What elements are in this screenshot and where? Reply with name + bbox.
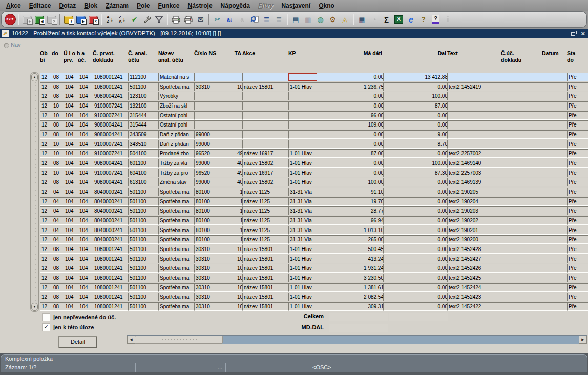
cell-naz[interactable]: Spotřeba ma bbox=[158, 206, 196, 215]
cell-dal[interactable]: 0.00 bbox=[383, 274, 450, 282]
sort-ascending-icon[interactable]: AZ↓ bbox=[104, 13, 116, 26]
cell-txt[interactable]: text2 1469139 bbox=[447, 178, 503, 186]
cell-kp[interactable]: 1-01 Hlav bbox=[288, 264, 319, 273]
cell-ns[interactable]: 99000 bbox=[194, 130, 230, 139]
cell-dal[interactable]: 0.00 bbox=[383, 255, 450, 263]
cell-anal[interactable]: 504100 bbox=[128, 149, 160, 158]
cell-cuc[interactable] bbox=[501, 82, 543, 91]
cell-md[interactable]: 96.00 bbox=[317, 111, 386, 120]
cell-akce[interactable]: název 1125 bbox=[242, 197, 290, 206]
cell-dok[interactable]: 1080001241 bbox=[93, 82, 129, 91]
detail-button[interactable]: Detail bbox=[59, 337, 97, 348]
cell-ns[interactable]: 30310 bbox=[194, 82, 230, 91]
insert-record-icon[interactable]: + bbox=[21, 13, 33, 26]
nav-radio-icon[interactable] bbox=[4, 43, 9, 48]
filter-funnel-icon[interactable] bbox=[153, 13, 165, 26]
cell-akce[interactable]: název 1125 bbox=[242, 206, 290, 215]
cell-md[interactable]: 28.77 bbox=[317, 206, 386, 215]
cell-kp[interactable]: 1-01 Hlav bbox=[288, 149, 319, 158]
cell-dat[interactable] bbox=[542, 283, 569, 292]
checkbox-box-jen-neprevedene[interactable] bbox=[43, 314, 50, 321]
cell-naz[interactable]: Ostatní pohl bbox=[158, 120, 196, 129]
cell-dal[interactable]: 0.00 bbox=[383, 111, 450, 120]
cell-cuc[interactable] bbox=[501, 206, 543, 215]
cell-sta[interactable]: Pře bbox=[567, 178, 588, 186]
cell-naz[interactable]: Daň z přidan bbox=[158, 130, 196, 139]
cell-md[interactable]: 1 931.24 bbox=[317, 264, 386, 273]
cell-dok[interactable]: 8040000241 bbox=[93, 216, 129, 225]
cell-kp[interactable]: 31-31 Vla bbox=[288, 226, 319, 235]
cell-uc[interactable]: 104 bbox=[78, 245, 94, 254]
cell-dal[interactable]: 0.00 bbox=[383, 226, 450, 235]
ship-wheel-icon[interactable]: ⚙ bbox=[327, 13, 339, 26]
cell-cuc[interactable] bbox=[501, 245, 543, 254]
cell-anal[interactable]: 501100 bbox=[128, 187, 160, 196]
menu-item-akce[interactable]: Akce bbox=[2, 1, 25, 10]
cell-uc[interactable]: 104 bbox=[78, 169, 94, 177]
list-values-icon[interactable]: ≣ bbox=[261, 13, 272, 26]
cell-akce[interactable] bbox=[242, 120, 290, 129]
cell-dok[interactable]: 1080001241 bbox=[93, 255, 129, 263]
cell-ns[interactable]: 99000 bbox=[194, 178, 230, 186]
cell-cuc[interactable] bbox=[501, 111, 543, 120]
note-icon[interactable]: ▥ bbox=[302, 13, 314, 26]
cell-ns[interactable]: 96520 bbox=[194, 149, 230, 158]
cell-dok[interactable]: 8040000241 bbox=[93, 235, 129, 244]
cell-dat[interactable] bbox=[542, 130, 569, 139]
cell-akce[interactable]: název 15801 bbox=[242, 82, 290, 91]
cell-naz[interactable]: Spotřeba ma bbox=[158, 255, 196, 263]
cell-cuc[interactable] bbox=[501, 274, 543, 282]
cell-naz[interactable]: Spotřeba ma bbox=[158, 283, 196, 292]
cell-kp[interactable] bbox=[288, 120, 319, 129]
cell-dat[interactable] bbox=[542, 226, 569, 235]
cell-akce[interactable]: název 1125 bbox=[242, 216, 290, 225]
print-icon[interactable] bbox=[170, 13, 182, 26]
cell-cuc[interactable] bbox=[501, 264, 543, 273]
cell-dat[interactable] bbox=[542, 302, 569, 311]
cell-akce[interactable] bbox=[242, 73, 290, 81]
cell-uc[interactable]: 104 bbox=[78, 73, 94, 81]
cell-txt[interactable]: text2 1452426 bbox=[447, 264, 503, 273]
cell-dok[interactable]: 9100007241 bbox=[93, 101, 129, 110]
cell-ns[interactable] bbox=[194, 111, 230, 120]
cancel-query-icon[interactable]: ✕ bbox=[87, 13, 99, 26]
cell-sta[interactable]: Pře bbox=[567, 120, 588, 129]
cell-dal[interactable]: 0.00 bbox=[383, 302, 450, 311]
cell-dat[interactable] bbox=[542, 92, 569, 100]
cell-txt[interactable]: text2 1452428 bbox=[447, 245, 503, 254]
cell-cuc[interactable] bbox=[501, 302, 543, 311]
cell-cuc[interactable] bbox=[501, 178, 543, 186]
cell-md[interactable]: 0.00 bbox=[317, 130, 386, 139]
cell-dok[interactable]: 9100007241 bbox=[93, 111, 129, 120]
cell-dat[interactable] bbox=[542, 206, 569, 215]
cell-dok[interactable]: 1080001241 bbox=[93, 73, 129, 81]
cell-naz[interactable]: Materiál na s bbox=[158, 73, 196, 81]
cell-naz[interactable]: Ostatní pohl bbox=[158, 111, 196, 120]
cell-dat[interactable] bbox=[542, 111, 569, 120]
cell-dal[interactable]: 13 412.88 bbox=[383, 73, 450, 81]
menu-item-nastaveni[interactable]: Nastavení bbox=[277, 1, 314, 10]
cell-cuc[interactable] bbox=[501, 140, 543, 149]
cell-cuc[interactable] bbox=[501, 101, 543, 110]
cell-dok[interactable]: 9080004241 bbox=[93, 92, 129, 100]
cell-akce[interactable] bbox=[242, 92, 290, 100]
cell-anal[interactable]: 501100 bbox=[128, 235, 160, 244]
cell-dal[interactable]: 87.30 bbox=[383, 169, 450, 177]
checkbox-jen-k-teto-uloze[interactable]: ✓jen k této úloze bbox=[43, 324, 94, 331]
excel-export-icon[interactable]: X bbox=[393, 13, 405, 26]
cell-cuc[interactable] bbox=[501, 149, 543, 158]
cell-dal[interactable]: 0.00 bbox=[383, 149, 450, 158]
cell-akce[interactable]: název 15801 bbox=[242, 255, 290, 263]
cell-akce[interactable]: název 1125 bbox=[242, 187, 290, 196]
cell-txt[interactable]: text2 1452422 bbox=[447, 302, 503, 311]
cell-md[interactable]: 96.94 bbox=[317, 216, 386, 225]
cell-akce[interactable] bbox=[242, 101, 290, 110]
report-icon[interactable]: ▦ bbox=[356, 13, 368, 26]
cell-uc[interactable]: 104 bbox=[78, 140, 94, 149]
cell-dok[interactable]: 9100007241 bbox=[93, 140, 129, 149]
cell-dok[interactable]: 9080004241 bbox=[93, 159, 129, 168]
cell-naz[interactable]: Spotřeba ma bbox=[158, 302, 196, 311]
menu-item-napoveda[interactable]: Nápověda bbox=[217, 1, 254, 10]
cell-naz[interactable]: Spotřeba ma bbox=[158, 235, 196, 244]
cell-md[interactable]: 2 082.54 bbox=[317, 293, 386, 301]
